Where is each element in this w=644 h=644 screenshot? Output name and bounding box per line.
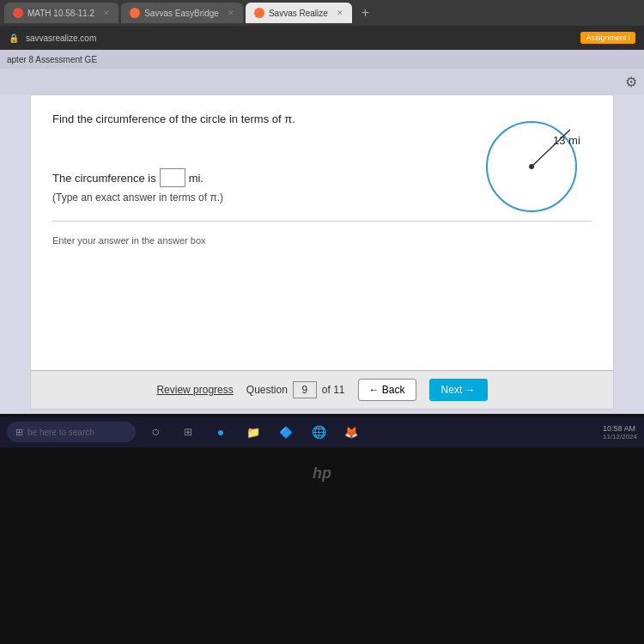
question-number: 9 <box>293 381 317 398</box>
assignment-badge: Assignment i <box>580 32 635 44</box>
tab-close-math[interactable]: ✕ <box>103 9 110 17</box>
taskbar-icon-widgets[interactable]: ⊞ <box>175 419 201 445</box>
tab-icon-math <box>13 8 23 18</box>
tab-label-math: MATH 10.58-11.2 <box>27 9 94 18</box>
new-tab-button[interactable]: + <box>355 5 376 21</box>
tab-bar: MATH 10.58-11.2 ✕ Savvas EasyBridge ✕ Sa… <box>0 0 644 26</box>
answer-prefix: The circumference is <box>52 172 156 185</box>
taskbar: ⊞ be here to search ○ ⊞ ● 📁 🔷 🌐 🦊 10:58 … <box>0 416 644 447</box>
question-nav: Question 9 of 11 <box>246 381 345 398</box>
address-bar: 🔒 savvasrealize.com Assignment i <box>0 26 644 50</box>
tab-close-realize[interactable]: ✕ <box>337 9 343 17</box>
tab-close-easybridge[interactable]: ✕ <box>228 9 234 17</box>
tab-math[interactable]: MATH 10.58-11.2 ✕ <box>4 3 118 23</box>
taskbar-icon-edge[interactable]: 🌐 <box>306 419 331 445</box>
question-area: Find the circumference of the circle in … <box>31 95 613 370</box>
tab-icon-realize <box>254 8 264 18</box>
tab-easybridge[interactable]: Savvas EasyBridge ✕ <box>121 3 243 23</box>
svg-point-2 <box>529 164 534 169</box>
gear-icon[interactable]: ⚙ <box>625 74 637 90</box>
taskbar-icon-browser[interactable]: ● <box>208 419 234 445</box>
question-label: Question <box>246 384 288 396</box>
tab-label-easybridge: Savvas EasyBridge <box>144 9 219 18</box>
next-button[interactable]: Next → <box>429 379 488 401</box>
enter-answer-hint: Enter your answer in the answer box <box>52 230 592 251</box>
answer-input-box[interactable] <box>160 168 185 187</box>
taskbar-icon-search[interactable]: ○ <box>143 419 168 445</box>
tab-label-realize: Savvas Realize <box>269 9 328 18</box>
content-area: Find the circumference of the circle in … <box>30 94 614 410</box>
bottom-bar: Review progress Question 9 of 11 ← Back … <box>31 370 613 409</box>
svg-text:13 mi: 13 mi <box>553 134 580 147</box>
hp-area: hp <box>0 447 644 499</box>
address-text: savvasrealize.com <box>26 33 96 43</box>
breadcrumb-bar: apter 8 Assessment GE <box>0 50 644 69</box>
breadcrumb-text: apter 8 Assessment GE <box>7 55 97 64</box>
taskbar-icon-store[interactable]: 🔷 <box>273 419 299 445</box>
settings-bar: ⚙ <box>0 69 644 94</box>
taskbar-time: 10:58 AM 11/12/2024 <box>603 424 637 440</box>
tab-realize[interactable]: Savvas Realize ✕ <box>246 3 352 23</box>
taskbar-icon-folder[interactable]: 📁 <box>240 419 266 445</box>
answer-unit: mi. <box>189 172 204 185</box>
taskbar-search-label: be here to search <box>27 428 94 437</box>
hp-logo: hp <box>313 465 331 483</box>
circle-diagram: 13 mi <box>476 108 587 220</box>
divider <box>52 221 592 222</box>
back-button[interactable]: ← Back <box>358 379 416 401</box>
browser-chrome: MATH 10.58-11.2 ✕ Savvas EasyBridge ✕ Sa… <box>0 0 644 94</box>
taskbar-search[interactable]: ⊞ be here to search <box>7 422 136 442</box>
taskbar-icon-firefox[interactable]: 🦊 <box>338 419 364 445</box>
tab-icon-easybridge <box>130 8 140 18</box>
total-questions: of 11 <box>322 384 345 396</box>
question-text: Find the circumference of the circle in … <box>52 112 349 125</box>
review-progress-button[interactable]: Review progress <box>156 384 233 396</box>
